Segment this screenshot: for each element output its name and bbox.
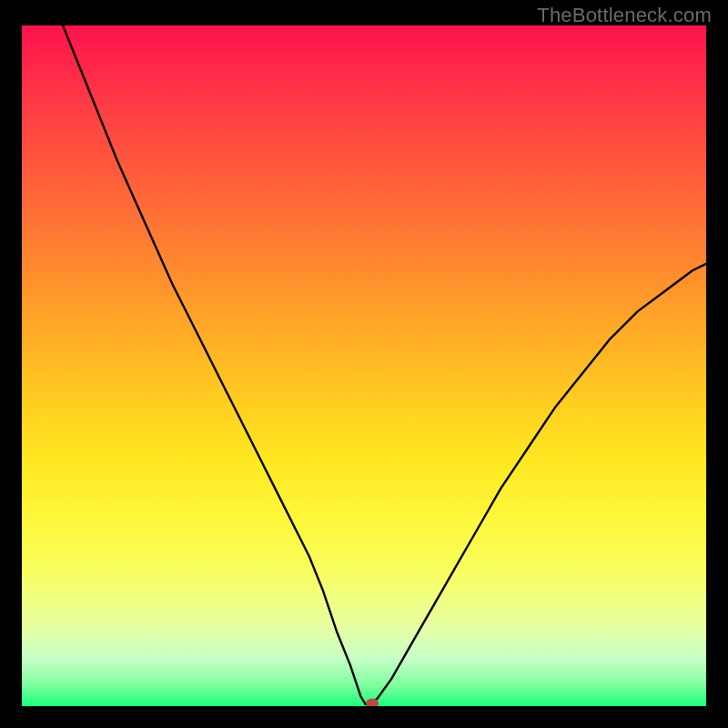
chart-frame: TheBottleneck.com: [0, 0, 728, 728]
bottleneck-curve: [63, 25, 706, 704]
watermark-text: TheBottleneck.com: [537, 4, 712, 27]
bottleneck-curve-svg: [22, 25, 706, 706]
plot-area: [22, 25, 706, 706]
